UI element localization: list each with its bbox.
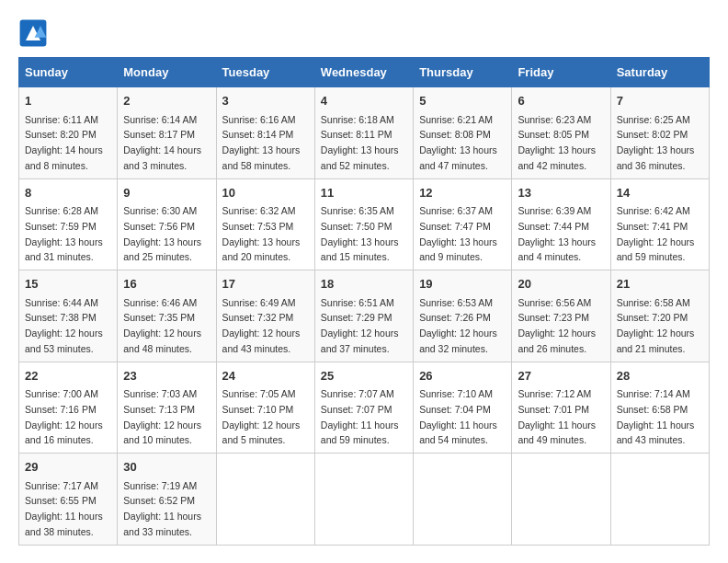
day-info: Sunrise: 6:39 AMSunset: 7:44 PMDaylight:… [518, 205, 596, 262]
day-number: 2 [123, 92, 210, 110]
page-header [18, 18, 710, 48]
logo [18, 18, 51, 48]
day-info: Sunrise: 6:56 AMSunset: 7:23 PMDaylight:… [518, 297, 596, 354]
calendar-cell: 27 Sunrise: 7:12 AMSunset: 7:01 PMDaylig… [512, 362, 610, 454]
calendar-cell: 15 Sunrise: 6:44 AMSunset: 7:38 PMDaylig… [19, 270, 118, 362]
day-info: Sunrise: 7:03 AMSunset: 7:13 PMDaylight:… [123, 388, 201, 445]
column-header-tuesday: Tuesday [216, 58, 314, 87]
day-info: Sunrise: 6:16 AMSunset: 8:14 PMDaylight:… [222, 114, 301, 171]
day-number: 16 [123, 275, 210, 293]
calendar-cell: 20 Sunrise: 6:56 AMSunset: 7:23 PMDaylig… [512, 270, 610, 362]
day-info: Sunrise: 7:14 AMSunset: 6:58 PMDaylight:… [617, 388, 695, 445]
day-number: 9 [123, 184, 210, 202]
day-number: 8 [25, 184, 111, 202]
calendar-cell: 26 Sunrise: 7:10 AMSunset: 7:04 PMDaylig… [414, 362, 512, 454]
day-number: 25 [321, 367, 407, 385]
day-number: 28 [617, 367, 703, 385]
calendar-cell: 4 Sunrise: 6:18 AMSunset: 8:11 PMDayligh… [314, 87, 413, 179]
day-number: 19 [419, 275, 506, 293]
day-info: Sunrise: 7:10 AMSunset: 7:04 PMDaylight:… [419, 388, 497, 445]
day-info: Sunrise: 6:44 AMSunset: 7:38 PMDaylight:… [25, 297, 103, 354]
day-info: Sunrise: 6:35 AMSunset: 7:50 PMDaylight:… [321, 205, 399, 262]
calendar-cell [216, 454, 314, 546]
column-header-wednesday: Wednesday [314, 58, 413, 87]
day-info: Sunrise: 6:49 AMSunset: 7:32 PMDaylight:… [222, 297, 301, 354]
day-info: Sunrise: 6:14 AMSunset: 8:17 PMDaylight:… [123, 114, 201, 171]
day-number: 13 [518, 184, 604, 202]
calendar-cell [610, 454, 709, 546]
calendar-cell: 3 Sunrise: 6:16 AMSunset: 8:14 PMDayligh… [216, 87, 314, 179]
day-number: 15 [25, 275, 111, 293]
day-number: 10 [222, 184, 309, 202]
column-header-sunday: Sunday [19, 58, 118, 87]
calendar-table: SundayMondayTuesdayWednesdayThursdayFrid… [18, 57, 710, 546]
day-number: 29 [25, 458, 111, 477]
day-info: Sunrise: 7:19 AMSunset: 6:52 PMDaylight:… [123, 480, 201, 537]
calendar-cell: 19 Sunrise: 6:53 AMSunset: 7:26 PMDaylig… [414, 270, 512, 362]
day-info: Sunrise: 6:21 AMSunset: 8:08 PMDaylight:… [419, 114, 497, 171]
day-number: 12 [419, 184, 506, 202]
day-info: Sunrise: 6:37 AMSunset: 7:47 PMDaylight:… [419, 205, 497, 262]
day-number: 22 [25, 367, 111, 385]
day-info: Sunrise: 6:51 AMSunset: 7:29 PMDaylight:… [321, 297, 399, 354]
calendar-cell: 11 Sunrise: 6:35 AMSunset: 7:50 PMDaylig… [314, 178, 413, 270]
day-info: Sunrise: 6:28 AMSunset: 7:59 PMDaylight:… [25, 205, 103, 262]
day-info: Sunrise: 6:11 AMSunset: 8:20 PMDaylight:… [25, 114, 103, 171]
day-number: 4 [321, 92, 407, 110]
day-number: 5 [419, 92, 506, 110]
column-header-monday: Monday [118, 58, 216, 87]
calendar-cell: 7 Sunrise: 6:25 AMSunset: 8:02 PMDayligh… [610, 87, 709, 179]
day-number: 7 [617, 92, 703, 110]
day-number: 30 [123, 458, 210, 477]
calendar-week-row: 8 Sunrise: 6:28 AMSunset: 7:59 PMDayligh… [19, 178, 710, 270]
calendar-cell [314, 454, 413, 546]
calendar-cell [512, 454, 610, 546]
day-number: 18 [321, 275, 407, 293]
calendar-week-row: 22 Sunrise: 7:00 AMSunset: 7:16 PMDaylig… [19, 362, 710, 454]
day-info: Sunrise: 6:30 AMSunset: 7:56 PMDaylight:… [123, 205, 201, 262]
calendar-cell: 12 Sunrise: 6:37 AMSunset: 7:47 PMDaylig… [414, 178, 512, 270]
calendar-cell: 8 Sunrise: 6:28 AMSunset: 7:59 PMDayligh… [19, 178, 118, 270]
calendar-week-row: 1 Sunrise: 6:11 AMSunset: 8:20 PMDayligh… [19, 87, 710, 179]
calendar-cell: 2 Sunrise: 6:14 AMSunset: 8:17 PMDayligh… [118, 87, 216, 179]
day-info: Sunrise: 6:53 AMSunset: 7:26 PMDaylight:… [419, 297, 497, 354]
calendar-week-row: 29 Sunrise: 7:17 AMSunset: 6:55 PMDaylig… [19, 454, 710, 546]
day-number: 1 [25, 92, 111, 110]
calendar-cell: 10 Sunrise: 6:32 AMSunset: 7:53 PMDaylig… [216, 178, 314, 270]
calendar-cell: 30 Sunrise: 7:19 AMSunset: 6:52 PMDaylig… [118, 454, 216, 546]
day-number: 24 [222, 367, 309, 385]
calendar-cell [414, 454, 512, 546]
day-number: 20 [518, 275, 604, 293]
day-number: 14 [617, 184, 703, 202]
day-info: Sunrise: 7:05 AMSunset: 7:10 PMDaylight:… [222, 388, 301, 445]
day-info: Sunrise: 6:32 AMSunset: 7:53 PMDaylight:… [222, 205, 301, 262]
day-number: 11 [321, 184, 407, 202]
calendar-cell: 24 Sunrise: 7:05 AMSunset: 7:10 PMDaylig… [216, 362, 314, 454]
calendar-cell: 14 Sunrise: 6:42 AMSunset: 7:41 PMDaylig… [610, 178, 709, 270]
calendar-cell: 28 Sunrise: 7:14 AMSunset: 6:58 PMDaylig… [610, 362, 709, 454]
calendar-cell: 21 Sunrise: 6:58 AMSunset: 7:20 PMDaylig… [610, 270, 709, 362]
column-header-friday: Friday [512, 58, 610, 87]
day-info: Sunrise: 7:07 AMSunset: 7:07 PMDaylight:… [321, 388, 399, 445]
calendar-cell: 16 Sunrise: 6:46 AMSunset: 7:35 PMDaylig… [118, 270, 216, 362]
day-number: 17 [222, 275, 309, 293]
calendar-cell: 25 Sunrise: 7:07 AMSunset: 7:07 PMDaylig… [314, 362, 413, 454]
calendar-cell: 23 Sunrise: 7:03 AMSunset: 7:13 PMDaylig… [118, 362, 216, 454]
day-info: Sunrise: 6:18 AMSunset: 8:11 PMDaylight:… [321, 114, 399, 171]
calendar-cell: 5 Sunrise: 6:21 AMSunset: 8:08 PMDayligh… [414, 87, 512, 179]
day-number: 27 [518, 367, 604, 385]
day-info: Sunrise: 7:00 AMSunset: 7:16 PMDaylight:… [25, 388, 103, 445]
day-info: Sunrise: 6:25 AMSunset: 8:02 PMDaylight:… [617, 114, 695, 171]
calendar-cell: 9 Sunrise: 6:30 AMSunset: 7:56 PMDayligh… [118, 178, 216, 270]
day-number: 3 [222, 92, 309, 110]
column-header-saturday: Saturday [610, 58, 709, 87]
calendar-cell: 1 Sunrise: 6:11 AMSunset: 8:20 PMDayligh… [19, 87, 118, 179]
day-info: Sunrise: 6:46 AMSunset: 7:35 PMDaylight:… [123, 297, 201, 354]
calendar-header-row: SundayMondayTuesdayWednesdayThursdayFrid… [19, 58, 710, 87]
calendar-cell: 29 Sunrise: 7:17 AMSunset: 6:55 PMDaylig… [19, 454, 118, 546]
calendar-cell: 17 Sunrise: 6:49 AMSunset: 7:32 PMDaylig… [216, 270, 314, 362]
calendar-week-row: 15 Sunrise: 6:44 AMSunset: 7:38 PMDaylig… [19, 270, 710, 362]
calendar-cell: 13 Sunrise: 6:39 AMSunset: 7:44 PMDaylig… [512, 178, 610, 270]
calendar-cell: 22 Sunrise: 7:00 AMSunset: 7:16 PMDaylig… [19, 362, 118, 454]
day-info: Sunrise: 6:42 AMSunset: 7:41 PMDaylight:… [617, 205, 695, 262]
